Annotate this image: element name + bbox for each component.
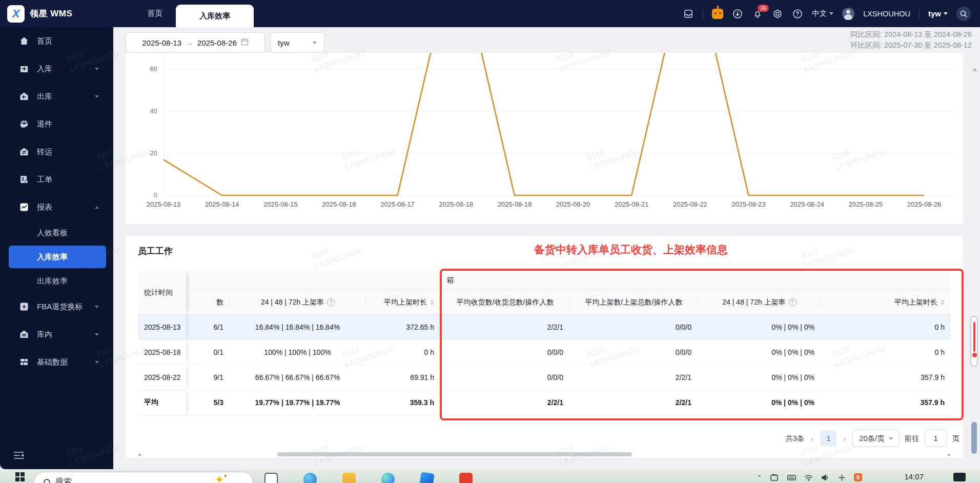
help-icon[interactable] bbox=[792, 8, 803, 19]
col-shelf-duration[interactable]: 平均上架时长 bbox=[365, 297, 440, 308]
browser-app-window: X 领星 WMS 首页 入库效率 26 bbox=[0, 0, 980, 469]
tray-app-icon[interactable]: S bbox=[854, 473, 862, 481]
edge-icon[interactable] bbox=[381, 473, 395, 483]
table-row[interactable]: 2025-08-22 9/1 66.67% | 66.67% | 66.67% … bbox=[138, 365, 951, 390]
vertical-scrollbar-thumb[interactable] bbox=[971, 422, 977, 454]
pagination: 共3条 ‹ 1 › 20条/页 前往 1 页 bbox=[785, 430, 959, 447]
notification-bell-icon[interactable]: 26 bbox=[752, 8, 763, 19]
svg-text:2025-08-14: 2025-08-14 bbox=[205, 200, 239, 208]
nav-tabs: 首页 入库效率 bbox=[134, 0, 254, 27]
sort-icon[interactable] bbox=[941, 300, 945, 305]
svg-text:60: 60 bbox=[150, 65, 157, 73]
divider bbox=[919, 9, 920, 18]
warehouse-switcher[interactable]: tyw bbox=[928, 9, 948, 18]
annotation-scroll-marker bbox=[970, 316, 978, 367]
table-group-header-row: 箱 bbox=[138, 271, 951, 290]
chevron-down-icon bbox=[829, 12, 833, 15]
help-icon[interactable]: ? bbox=[789, 298, 797, 306]
help-icon[interactable]: ? bbox=[327, 298, 335, 306]
sidebar-item-workorder[interactable]: 工单 bbox=[0, 166, 113, 193]
sidebar-item-base-data[interactable]: 基础数据 bbox=[0, 348, 113, 376]
col-box-receive: 平均收货数/收货总数/操作人数 bbox=[440, 297, 569, 308]
scroll-right-icon[interactable]: ▸ bbox=[948, 451, 951, 458]
chevron-down-icon bbox=[95, 333, 99, 336]
sidebar-collapse-icon[interactable] bbox=[13, 451, 25, 462]
warehouse-select[interactable]: tyw bbox=[270, 32, 324, 53]
taskbar-search-box[interactable]: 搜索 ✦ bbox=[34, 472, 253, 483]
svg-text:2025-08-23: 2025-08-23 bbox=[731, 200, 766, 208]
settings-icon[interactable] bbox=[772, 8, 783, 19]
col-box-rate[interactable]: 24 | 48 | 72h 上架率? bbox=[698, 297, 821, 308]
sort-icon[interactable] bbox=[430, 300, 434, 305]
svg-text:2025-08-15: 2025-08-15 bbox=[263, 200, 298, 208]
system-tray[interactable]: ⌃ S bbox=[757, 473, 862, 481]
table-row[interactable]: 2025-08-18 0/1 100% | 100% | 100% 0 h 0/… bbox=[138, 340, 951, 365]
tab-inbound-efficiency[interactable]: 入库效率 bbox=[176, 5, 254, 27]
robot-assistant-icon[interactable] bbox=[712, 8, 723, 19]
sidebar-item-hr-dashboard[interactable]: 人效看板 bbox=[0, 221, 113, 245]
svg-text:2025-08-18: 2025-08-18 bbox=[439, 200, 474, 208]
page-size-select[interactable]: 20条/页 bbox=[852, 430, 899, 447]
horizontal-scrollbar[interactable]: ◂ ▸ bbox=[138, 451, 951, 457]
notification-center-button[interactable] bbox=[953, 473, 966, 481]
amazon-icon: a bbox=[18, 301, 30, 312]
next-page-button[interactable]: › bbox=[842, 434, 847, 443]
page-number-button[interactable]: 1 bbox=[820, 430, 836, 447]
svg-text:2025-08-19: 2025-08-19 bbox=[498, 200, 532, 208]
tray-volume-icon[interactable] bbox=[821, 474, 830, 481]
main-content: 2025-08-13 → 2025-08-26 tyw 同比区间: 2024-0… bbox=[113, 27, 980, 469]
app-icon-2[interactable] bbox=[303, 473, 317, 483]
scroll-left-icon[interactable]: ◂ bbox=[138, 451, 141, 458]
svg-text:2025-08-16: 2025-08-16 bbox=[322, 200, 356, 208]
table-summary-row: 平均 5/3 19.77% | 19.77% | 19.77% 359.3 h … bbox=[138, 390, 951, 415]
tray-keyboard-icon[interactable] bbox=[787, 474, 796, 481]
svg-text:2025-08-24: 2025-08-24 bbox=[790, 200, 824, 208]
avatar[interactable] bbox=[842, 8, 854, 20]
tray-chevron-up-icon[interactable]: ⌃ bbox=[757, 474, 762, 481]
tray-battery-icon[interactable] bbox=[838, 474, 846, 481]
username-label: LXSHOUHOU bbox=[863, 10, 910, 18]
app-icon-4[interactable] bbox=[459, 473, 473, 483]
taskbar-clock[interactable]: 14:07 bbox=[904, 472, 924, 481]
chevron-down-icon bbox=[95, 95, 99, 98]
sidebar-item-transfer[interactable]: 转运 bbox=[0, 138, 113, 166]
filter-row: 2025-08-13 → 2025-08-26 tyw 同比区间: 2024-0… bbox=[113, 27, 980, 54]
sidebar-item-warehouse-internal[interactable]: 库内 bbox=[0, 320, 113, 348]
sidebar-item-returns[interactable]: 退件 bbox=[0, 110, 113, 138]
sidebar-item-inbound[interactable]: 入库 bbox=[0, 55, 113, 83]
sidebar-item-outbound-efficiency[interactable]: 出库效率 bbox=[0, 269, 113, 293]
box-group-header: 箱 bbox=[440, 275, 951, 285]
start-button-icon[interactable] bbox=[15, 472, 25, 481]
app-icon-1[interactable] bbox=[264, 473, 278, 483]
folder-icon[interactable] bbox=[342, 473, 356, 483]
sidebar-item-reports[interactable]: 报表 bbox=[0, 193, 113, 221]
col-trunc: 数 bbox=[186, 298, 230, 307]
svg-text:20: 20 bbox=[150, 149, 157, 157]
scrollbar-up-arrow[interactable] bbox=[972, 68, 977, 71]
search-icon bbox=[44, 479, 50, 483]
table-row[interactable]: 2025-08-13 6/1 16.84% | 16.84% | 16.84% … bbox=[138, 315, 951, 340]
sidebar-item-fba-relabel[interactable]: a FBA退货换标 bbox=[0, 293, 113, 320]
tray-wifi-icon[interactable] bbox=[804, 474, 813, 481]
search-placeholder: 搜索 bbox=[55, 477, 72, 483]
sidebar-item-outbound[interactable]: 出库 bbox=[0, 83, 113, 110]
inbox-icon[interactable] bbox=[683, 8, 694, 19]
col-box-duration[interactable]: 平均上架时长 bbox=[821, 297, 951, 308]
yoy-range-label: 同比区间: 2024-08-13 至 2024-08-26 bbox=[850, 29, 972, 40]
prev-page-button[interactable]: ‹ bbox=[809, 434, 815, 443]
search-icon[interactable] bbox=[956, 7, 971, 21]
sidebar-item-home[interactable]: 首页 bbox=[0, 27, 113, 55]
download-icon[interactable] bbox=[732, 8, 743, 19]
date-range-picker[interactable]: 2025-08-13 → 2025-08-26 bbox=[126, 32, 265, 53]
app-icon-3[interactable] bbox=[419, 472, 434, 483]
sidebar-item-inbound-efficiency[interactable]: 入库效率 bbox=[9, 246, 106, 268]
col-shelf-rate[interactable]: 24 | 48 | 72h 上架率? bbox=[230, 297, 365, 308]
scrollbar-thumb[interactable] bbox=[277, 452, 632, 456]
tray-pen-icon[interactable] bbox=[770, 474, 779, 481]
total-count: 共3条 bbox=[785, 434, 804, 444]
efficiency-line-chart: 02040602025-08-132025-08-142025-08-15202… bbox=[126, 53, 963, 224]
tab-home[interactable]: 首页 bbox=[134, 0, 176, 27]
goto-page-input[interactable]: 1 bbox=[925, 430, 947, 447]
language-switch[interactable]: 中文 bbox=[812, 9, 833, 18]
chevron-down-icon bbox=[944, 12, 948, 15]
